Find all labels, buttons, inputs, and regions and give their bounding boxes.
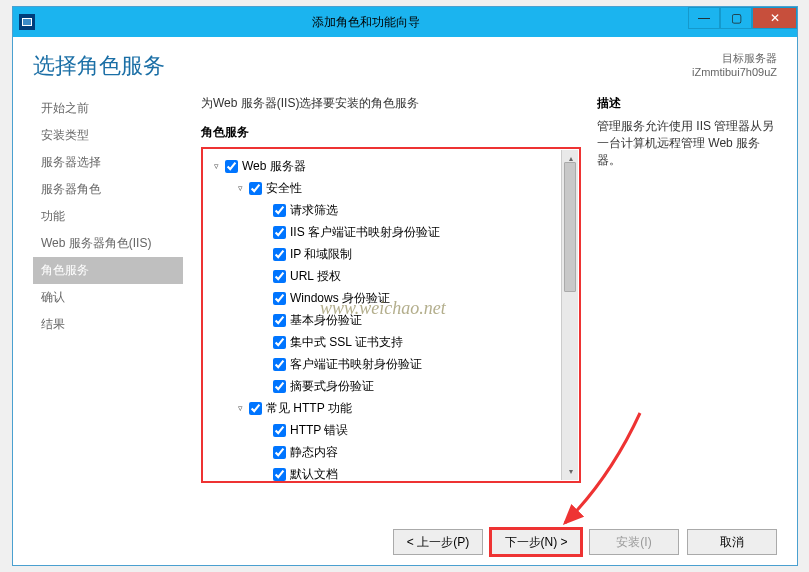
role-checkbox[interactable]: [273, 314, 286, 327]
footer-buttons: < 上一步(P) 下一步(N) > 安装(I) 取消: [33, 519, 777, 555]
expander-icon[interactable]: ▿: [211, 155, 221, 177]
scroll-thumb[interactable]: [564, 162, 576, 292]
tree-row[interactable]: ▿常见 HTTP 功能: [235, 397, 575, 419]
role-checkbox[interactable]: [273, 336, 286, 349]
header-row: 选择角色服务 目标服务器 iZmmtibui7h09uZ: [33, 51, 777, 81]
tree-row[interactable]: 摘要式身份验证: [259, 375, 575, 397]
close-button[interactable]: ✕: [752, 7, 797, 29]
role-checkbox[interactable]: [225, 160, 238, 173]
cancel-button[interactable]: 取消: [687, 529, 777, 555]
install-button[interactable]: 安装(I): [589, 529, 679, 555]
sidebar-item[interactable]: 结果: [33, 311, 183, 338]
next-button[interactable]: 下一步(N) >: [491, 529, 581, 555]
tree-row[interactable]: ▿安全性: [235, 177, 575, 199]
prompt-text: 为Web 服务器(IIS)选择要安装的角色服务: [201, 95, 581, 112]
tree-label: 请求筛选: [290, 199, 338, 221]
tree-row[interactable]: 默认文档: [259, 463, 575, 485]
role-checkbox[interactable]: [273, 358, 286, 371]
main-area: 开始之前安装类型服务器选择服务器角色功能Web 服务器角色(IIS)角色服务确认…: [33, 95, 777, 519]
section-label-desc: 描述: [597, 95, 777, 112]
tree-row[interactable]: ▿Web 服务器: [211, 155, 575, 177]
tree-label: 默认文档: [290, 463, 338, 485]
role-checkbox[interactable]: [273, 424, 286, 437]
description-text: 管理服务允许使用 IIS 管理器从另一台计算机远程管理 Web 服务器。: [597, 118, 777, 169]
tree-row[interactable]: 请求筛选: [259, 199, 575, 221]
tree-label: 安全性: [266, 177, 302, 199]
role-checkbox[interactable]: [273, 446, 286, 459]
role-checkbox[interactable]: [273, 248, 286, 261]
tree-row[interactable]: 静态内容: [259, 441, 575, 463]
tree-label: 客户端证书映射身份验证: [290, 353, 422, 375]
role-checkbox[interactable]: [273, 270, 286, 283]
sidebar-item[interactable]: 角色服务: [33, 257, 183, 284]
tree-list: ▿Web 服务器▿安全性请求筛选IIS 客户端证书映射身份验证IP 和域限制UR…: [207, 155, 575, 485]
sidebar-item[interactable]: 开始之前: [33, 95, 183, 122]
role-checkbox[interactable]: [249, 402, 262, 415]
scroll-down-icon[interactable]: ▾: [562, 463, 579, 480]
app-icon: [19, 14, 35, 30]
tree-label: IP 和域限制: [290, 243, 352, 265]
left-column: 为Web 服务器(IIS)选择要安装的角色服务 角色服务 ▿Web 服务器▿安全…: [201, 95, 581, 519]
tree-row[interactable]: URL 授权: [259, 265, 575, 287]
role-checkbox[interactable]: [273, 380, 286, 393]
role-checkbox[interactable]: [273, 468, 286, 481]
target-value: iZmmtibui7h09uZ: [692, 65, 777, 79]
sidebar-item[interactable]: 安装类型: [33, 122, 183, 149]
sidebar-item[interactable]: 功能: [33, 203, 183, 230]
role-checkbox[interactable]: [273, 204, 286, 217]
tree-label: HTTP 错误: [290, 419, 348, 441]
tree-row[interactable]: IP 和域限制: [259, 243, 575, 265]
sidebar: 开始之前安装类型服务器选择服务器角色功能Web 服务器角色(IIS)角色服务确认…: [33, 95, 183, 519]
expander-icon[interactable]: ▿: [235, 177, 245, 199]
role-checkbox[interactable]: [273, 292, 286, 305]
target-label: 目标服务器: [692, 51, 777, 65]
sidebar-item[interactable]: 服务器选择: [33, 149, 183, 176]
tree-scrollbar[interactable]: ▴ ▾: [561, 150, 578, 480]
tree-row[interactable]: HTTP 错误: [259, 419, 575, 441]
role-checkbox[interactable]: [249, 182, 262, 195]
section-label-roles: 角色服务: [201, 124, 581, 141]
tree-label: Web 服务器: [242, 155, 306, 177]
tree-row[interactable]: 基本身份验证: [259, 309, 575, 331]
minimize-button[interactable]: ―: [688, 7, 720, 29]
tree-label: 集中式 SSL 证书支持: [290, 331, 403, 353]
tree-label: IIS 客户端证书映射身份验证: [290, 221, 440, 243]
tree-row[interactable]: 客户端证书映射身份验证: [259, 353, 575, 375]
maximize-button[interactable]: ▢: [720, 7, 752, 29]
right-column: 描述 管理服务允许使用 IIS 管理器从另一台计算机远程管理 Web 服务器。: [597, 95, 777, 519]
window-title: 添加角色和功能向导: [43, 14, 688, 31]
page-title: 选择角色服务: [33, 51, 692, 81]
prev-button[interactable]: < 上一步(P): [393, 529, 483, 555]
window-body: 选择角色服务 目标服务器 iZmmtibui7h09uZ 开始之前安装类型服务器…: [13, 37, 797, 565]
sidebar-item[interactable]: 确认: [33, 284, 183, 311]
tree-label: 静态内容: [290, 441, 338, 463]
role-services-tree: ▿Web 服务器▿安全性请求筛选IIS 客户端证书映射身份验证IP 和域限制UR…: [201, 147, 581, 483]
target-server-info: 目标服务器 iZmmtibui7h09uZ: [692, 51, 777, 79]
tree-label: URL 授权: [290, 265, 341, 287]
wizard-window: 添加角色和功能向导 ― ▢ ✕ 选择角色服务 目标服务器 iZmmtibui7h…: [12, 6, 798, 566]
titlebar: 添加角色和功能向导 ― ▢ ✕: [13, 7, 797, 37]
tree-row[interactable]: IIS 客户端证书映射身份验证: [259, 221, 575, 243]
role-checkbox[interactable]: [273, 226, 286, 239]
expander-icon[interactable]: ▿: [235, 397, 245, 419]
window-buttons: ― ▢ ✕: [688, 7, 797, 37]
tree-label: Windows 身份验证: [290, 287, 390, 309]
sidebar-item[interactable]: 服务器角色: [33, 176, 183, 203]
content-area: 为Web 服务器(IIS)选择要安装的角色服务 角色服务 ▿Web 服务器▿安全…: [201, 95, 777, 519]
tree-label: 常见 HTTP 功能: [266, 397, 352, 419]
sidebar-item[interactable]: Web 服务器角色(IIS): [33, 230, 183, 257]
tree-label: 摘要式身份验证: [290, 375, 374, 397]
tree-row[interactable]: Windows 身份验证: [259, 287, 575, 309]
tree-row[interactable]: 集中式 SSL 证书支持: [259, 331, 575, 353]
tree-label: 基本身份验证: [290, 309, 362, 331]
